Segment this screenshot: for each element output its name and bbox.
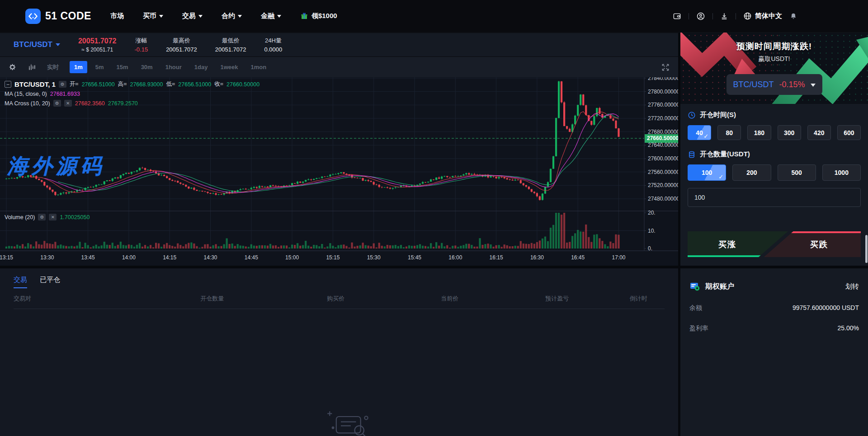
empty-state-icon (316, 409, 380, 436)
timeframe-1mon[interactable]: 1mon (246, 61, 271, 73)
pair-dropdown[interactable]: BTC/USDT -0.15% (726, 74, 822, 95)
timeframe-5m[interactable]: 5m (91, 61, 108, 73)
nav-item-4[interactable]: 合约 (222, 12, 242, 20)
volume-tick: 10. (648, 228, 656, 234)
volume-value: 1.70025050 (60, 214, 90, 220)
ma-cross-value-2: 27679.2570 (108, 100, 138, 107)
indicator-chart-icon[interactable] (28, 63, 36, 71)
transfer-button[interactable]: 划转 (845, 282, 859, 291)
tab-trades[interactable]: 交易 (14, 276, 27, 288)
timeframe-group: 1m5m15m30m1hour1day1week1mon (70, 61, 271, 73)
bell-icon[interactable] (789, 12, 797, 20)
chevron-down-icon (238, 15, 242, 18)
time-option-label: 300 (784, 129, 794, 136)
wallet-icon[interactable] (673, 12, 681, 20)
options-account-icon (689, 281, 700, 292)
divider (736, 13, 736, 19)
gift-bonus-button[interactable]: 领$1000 (300, 12, 337, 20)
column-header-3: 购买价 (274, 295, 398, 303)
pair-selector[interactable]: BTC/USDT (14, 40, 60, 49)
tab-closed[interactable]: 已平仓 (40, 276, 60, 288)
nav-item-2[interactable]: 买币 (143, 12, 163, 20)
open-time-label-row: 开仓时间(S) (688, 111, 861, 119)
current-price-label: 27660.50000 (645, 134, 678, 143)
time-axis-label: 14:15 (163, 254, 176, 261)
divider (712, 13, 713, 19)
nav-item-3[interactable]: 交易 (182, 12, 203, 20)
brand-logo[interactable]: 51 CODE (25, 9, 91, 24)
amount-option-500[interactable]: 500✓ (778, 164, 816, 181)
timeframe-1m[interactable]: 1m (70, 61, 87, 73)
ma-cross-gear-icon[interactable]: ⚙ (53, 100, 61, 107)
chevron-down-icon (811, 84, 816, 87)
time-axis-label: 13:15 (0, 254, 13, 261)
timeframe-15m[interactable]: 15m (112, 61, 133, 73)
ticker-high: 最高价 20051.7072 (166, 37, 197, 53)
ma-legend-row: MA (15, close, 0) 27681.6933 (5, 89, 259, 98)
amount-option-100[interactable]: 100✓ (688, 164, 726, 181)
time-axis-label: 13:30 (40, 254, 54, 261)
chevron-down-icon (56, 43, 60, 46)
time-option-180[interactable]: 180✓ (747, 125, 771, 140)
amount-option-label: 100 (702, 169, 712, 176)
amount-input[interactable] (688, 188, 861, 207)
open-amount-label-row: 开仓数量(USDT) (688, 150, 861, 159)
positions-tabs: 交易已平仓 (14, 274, 665, 288)
nav-item-label: 金融 (261, 12, 274, 20)
watermark-text: 海外源码 (7, 152, 105, 180)
top-navbar: 51 CODE 市场买币交易合约金融领$1000 简体中文 (0, 0, 868, 33)
time-axis-label: 16:45 (571, 254, 585, 261)
realtime-mode-button[interactable]: 实时 (47, 63, 59, 71)
amount-option-label: 200 (746, 169, 757, 176)
fullscreen-icon[interactable] (661, 63, 670, 72)
dropdown-change: -0.15% (779, 80, 805, 89)
volume-gear-icon[interactable]: ⚙ (38, 214, 46, 220)
nav-item-5[interactable]: 金融 (261, 12, 281, 20)
ma-value: 27681.6933 (50, 91, 80, 97)
timeframe-1week[interactable]: 1week (216, 61, 242, 73)
price-tick: 27480.00000 (648, 196, 678, 202)
amount-option-label: 1000 (835, 169, 849, 176)
time-option-600[interactable]: 600✓ (837, 125, 861, 140)
volume-close-icon[interactable]: ✕ (49, 214, 57, 220)
usd-price: ≈ $ 20051.71 (81, 47, 113, 53)
chart-legend: − BTC/USDT, 1 ⚙ 开=27656.51000 高=27668.93… (5, 80, 259, 108)
ma-title: MA (15, close, 0) (5, 91, 47, 97)
timeframe-1hour[interactable]: 1hour (161, 61, 186, 73)
banner-title: 预测时间周期涨跌! (680, 41, 868, 52)
ticker-low: 最低价 20051.7072 (215, 37, 246, 53)
timeframe-1day[interactable]: 1day (190, 61, 212, 73)
nav-item-1[interactable]: 市场 (110, 12, 124, 20)
collapse-legend-icon[interactable]: − (5, 81, 11, 88)
chevron-down-icon (198, 15, 203, 18)
time-option-80[interactable]: 80✓ (717, 125, 741, 140)
time-option-label: 40 (696, 129, 703, 136)
code-logo-icon (25, 9, 41, 24)
legend-gear-icon[interactable]: ⚙ (59, 81, 66, 88)
amount-option-1000[interactable]: 1000✓ (822, 164, 861, 181)
positions-section: 交易已平仓 交易对开仓数量购买价当前价预计盈亏倒计时 (0, 268, 678, 436)
balance-value: 99757.60000000 USDT (793, 304, 859, 312)
profit-value: 25.00% (838, 324, 859, 333)
ma-cross-close-icon[interactable]: ✕ (64, 100, 72, 107)
account-title: 期权账户 (705, 282, 734, 291)
timeframe-30m[interactable]: 30m (137, 61, 157, 73)
amount-option-200[interactable]: 200✓ (732, 164, 771, 181)
time-axis-label: 16:00 (448, 254, 462, 261)
download-icon[interactable] (720, 12, 728, 20)
last-price: 20051.7072 (78, 37, 117, 45)
time-axis-label: 15:15 (326, 254, 340, 261)
low-value: 20051.7072 (215, 46, 246, 53)
settings-gear-icon[interactable] (8, 63, 17, 71)
time-option-40[interactable]: 40✓ (688, 125, 711, 140)
time-option-420[interactable]: 420✓ (807, 125, 831, 140)
time-axis-label: 16:15 (490, 254, 503, 261)
language-selector[interactable]: 简体中文 (743, 12, 782, 20)
scrollbar-thumb[interactable] (865, 235, 868, 263)
chart-canvas[interactable]: − BTC/USDT, 1 ⚙ 开=27656.51000 高=27668.93… (0, 77, 678, 266)
profit-row: 盈利率 25.00% (689, 324, 859, 333)
time-option-label: 80 (726, 129, 733, 136)
time-option-300[interactable]: 300✓ (778, 125, 801, 140)
user-icon[interactable] (696, 12, 705, 21)
time-axis-label: 14:00 (122, 254, 136, 261)
